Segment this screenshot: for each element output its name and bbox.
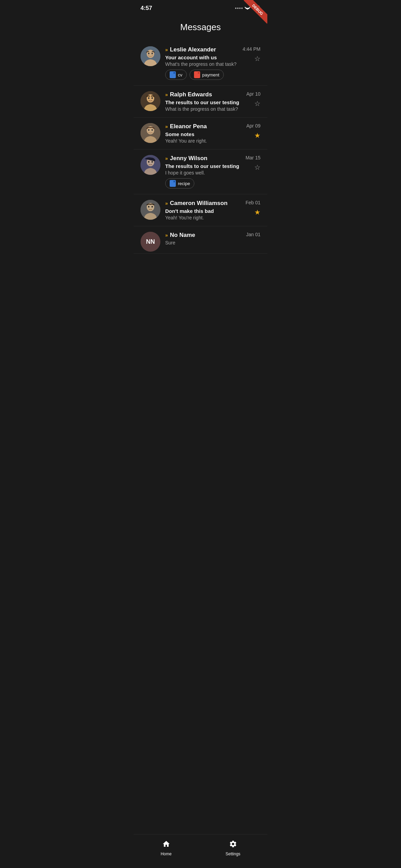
message-header-1: » Leslie Alexander <box>165 46 239 53</box>
sender-name-2: Ralph Edwards <box>170 91 212 98</box>
svg-point-4 <box>147 50 154 58</box>
svg-point-6 <box>151 53 153 55</box>
message-subject-4: The results to our user testing <box>165 163 242 169</box>
svg-point-14 <box>151 129 153 131</box>
message-header-4: » Jenny Wilson <box>165 155 242 162</box>
sender-name-5: Cameron Williamson <box>170 200 228 207</box>
svg-point-21 <box>148 206 149 208</box>
message-item-6[interactable]: NN » No Name Sure Jan 01 <box>134 226 267 254</box>
message-header-5: » Cameron Williamson <box>165 200 242 207</box>
avatar-eleanor <box>141 123 160 143</box>
message-item-3[interactable]: » Eleanor Pena Some notes Yeah! You are … <box>134 118 267 149</box>
attachment-payment[interactable]: payment <box>190 70 224 80</box>
avatar-nn: NN <box>141 232 160 252</box>
file-red-icon <box>194 71 200 78</box>
message-date-2: Apr 10 <box>246 91 260 97</box>
chevrons-icon-5: » <box>165 201 168 206</box>
sender-name-1: Leslie Alexander <box>170 46 216 53</box>
message-content-1: » Leslie Alexander Your account with us … <box>165 46 239 80</box>
message-meta-4: Mar 15 ☆ <box>245 155 260 171</box>
message-meta-5: Feb 01 ★ <box>245 200 260 216</box>
message-item-4[interactable]: » Jenny Wilson The results to our user t… <box>134 149 267 194</box>
message-preview-2: What is the progress on that task? <box>165 106 243 112</box>
star-icon-2[interactable]: ☆ <box>254 99 260 108</box>
chevrons-icon-3: » <box>165 124 168 129</box>
debug-ribbon <box>240 0 267 27</box>
sender-name-4: Jenny Wilson <box>170 155 207 162</box>
svg-point-22 <box>151 206 153 208</box>
message-date-3: Apr 09 <box>246 123 260 129</box>
message-content-4: » Jenny Wilson The results to our user t… <box>165 155 242 189</box>
message-meta-3: Apr 09 ★ <box>246 123 260 140</box>
message-date-1: 4:44 PM <box>243 46 260 52</box>
avatar-ralph <box>141 91 160 111</box>
attachments-4: recipe <box>165 178 242 189</box>
chevrons-icon-6: » <box>165 232 168 238</box>
message-date-6: Jan 01 <box>246 232 260 237</box>
sender-name-6: No Name <box>170 232 195 239</box>
avatar-jenny <box>141 155 160 175</box>
message-content-5: » Cameron Williamson Don't make this bad… <box>165 200 242 220</box>
message-date-4: Mar 15 <box>245 155 260 160</box>
message-item-1[interactable]: » Leslie Alexander Your account with us … <box>134 41 267 86</box>
message-preview-4: I hope it goes well. <box>165 170 242 176</box>
message-list: » Leslie Alexander Your account with us … <box>134 41 267 254</box>
message-subject-5: Don't make this bad <box>165 208 242 214</box>
attachment-cv-label: cv <box>178 72 182 77</box>
svg-point-17 <box>148 161 149 163</box>
message-header-6: » No Name <box>165 232 243 239</box>
message-content-6: » No Name Sure <box>165 232 243 245</box>
message-subject-3: Some notes <box>165 131 243 137</box>
svg-point-18 <box>151 161 153 163</box>
chevrons-icon-1: » <box>165 47 168 52</box>
message-subject-2: The results to our user testing <box>165 99 243 105</box>
svg-point-10 <box>151 97 153 99</box>
svg-point-13 <box>148 129 149 131</box>
message-preview-3: Yeah! You are right. <box>165 138 243 144</box>
message-item-5[interactable]: » Cameron Williamson Don't make this bad… <box>134 194 267 226</box>
message-header-2: » Ralph Edwards <box>165 91 243 98</box>
status-time: 4:57 <box>141 5 152 12</box>
attachment-recipe[interactable]: recipe <box>165 178 194 189</box>
chevrons-icon-4: » <box>165 156 168 161</box>
avatar-cameron <box>141 200 160 220</box>
avatar-leslie <box>141 46 160 66</box>
file-blue-icon <box>170 71 176 78</box>
star-icon-3[interactable]: ★ <box>254 131 260 140</box>
message-meta-1: 4:44 PM ☆ <box>243 46 260 63</box>
message-meta-2: Apr 10 ☆ <box>246 91 260 108</box>
message-preview-1: What's the progress on that task? <box>165 61 239 67</box>
star-icon-1[interactable]: ☆ <box>254 55 260 63</box>
svg-point-8 <box>147 94 154 103</box>
avatar-nn-initials: NN <box>146 238 155 245</box>
svg-point-5 <box>148 53 149 55</box>
message-subject-1: Your account with us <box>165 55 239 60</box>
chevrons-icon-2: » <box>165 92 168 97</box>
attachment-payment-label: payment <box>202 72 219 77</box>
attachments-1: cv payment <box>165 70 239 80</box>
file-blue-icon-recipe <box>170 180 176 187</box>
attachment-cv[interactable]: cv <box>165 70 187 80</box>
svg-point-9 <box>148 97 149 99</box>
sender-name-3: Eleanor Pena <box>170 123 207 130</box>
message-header-3: » Eleanor Pena <box>165 123 243 130</box>
message-date-5: Feb 01 <box>245 200 260 205</box>
message-item-2[interactable]: » Ralph Edwards The results to our user … <box>134 86 267 118</box>
message-meta-6: Jan 01 <box>246 232 260 237</box>
message-preview-6: Sure <box>165 240 243 245</box>
star-icon-4[interactable]: ☆ <box>254 163 260 171</box>
message-content-3: » Eleanor Pena Some notes Yeah! You are … <box>165 123 243 144</box>
message-preview-5: Yeah! You're right. <box>165 215 242 220</box>
star-icon-5[interactable]: ★ <box>254 208 260 216</box>
attachment-recipe-label: recipe <box>178 181 190 186</box>
message-content-2: » Ralph Edwards The results to our user … <box>165 91 243 112</box>
